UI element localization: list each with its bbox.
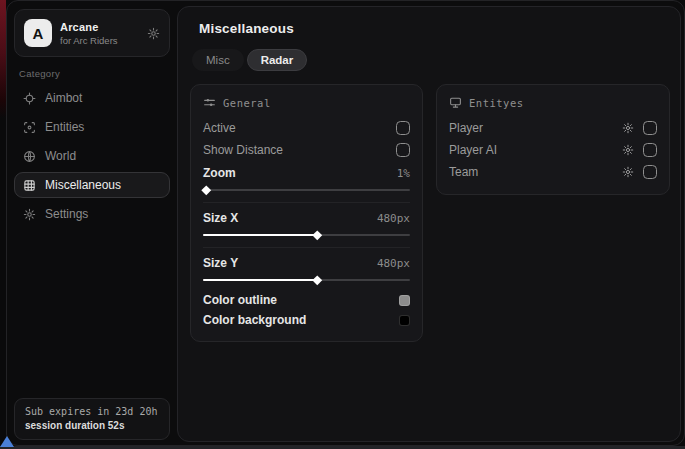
main-panel: Miscellaneous Misc Radar General Active (177, 6, 681, 442)
show-distance-checkbox[interactable] (396, 143, 410, 157)
app-name: Arcane (60, 21, 139, 33)
sidebar-item-miscellaneous[interactable]: Miscellaneous (14, 172, 170, 198)
setting-row-active: Active (203, 117, 410, 139)
subscription-info-card: Sub expires in 23d 20h session duration … (14, 398, 170, 440)
setting-label: Color background (203, 313, 306, 327)
tab-group: Misc Radar (192, 49, 670, 71)
setting-label: Show Distance (203, 143, 283, 157)
setting-label: Color outline (203, 293, 277, 307)
setting-label: Size X (203, 211, 238, 225)
app-subtitle: for Arc Riders (60, 35, 139, 46)
sidebar-item-label: World (45, 149, 76, 163)
general-card-title: General (223, 97, 271, 109)
category-label: Category (19, 68, 170, 79)
setting-row-size-x: Size X 480px (203, 202, 410, 245)
entity-label: Team (449, 165, 478, 179)
setting-row-show-distance: Show Distance (203, 139, 410, 161)
gear-icon[interactable] (622, 166, 634, 178)
sidebar-item-label: Miscellaneous (45, 178, 121, 192)
sidebar-item-label: Settings (45, 207, 88, 221)
globe-icon (23, 150, 36, 163)
sub-expires-text: Sub expires in 23d 20h (25, 406, 159, 417)
player-ai-checkbox[interactable] (643, 143, 657, 157)
setting-row-size-y: Size Y 480px (203, 247, 410, 290)
zoom-value: 1% (397, 167, 410, 180)
tab-radar[interactable]: Radar (247, 49, 308, 71)
entities-card: Entityes Player P (436, 84, 670, 195)
general-card-header: General (203, 96, 410, 109)
slider-fill (203, 189, 205, 191)
color-outline-swatch[interactable] (399, 295, 410, 306)
sidebar-item-settings[interactable]: Settings (14, 201, 170, 227)
entity-row-player: Player (449, 117, 657, 139)
team-checkbox[interactable] (643, 165, 657, 179)
sidebar-item-label: Aimbot (45, 91, 82, 105)
slider-thumb[interactable] (313, 230, 322, 239)
setting-row-color-background: Color background (203, 310, 410, 330)
sidebar-item-label: Entities (45, 120, 84, 134)
slider-fill (203, 234, 317, 236)
player-checkbox[interactable] (643, 121, 657, 135)
cards-row: General Active Show Distance Zoom 1% (190, 84, 670, 342)
setting-label: Size Y (203, 256, 238, 270)
sidebar-item-world[interactable]: World (14, 143, 170, 169)
size-x-value: 480px (377, 212, 410, 225)
setting-row-color-outline: Color outline (203, 290, 410, 310)
entity-label: Player AI (449, 143, 497, 157)
monitor-icon (449, 96, 462, 109)
grid-icon (23, 179, 36, 192)
entity-row-team: Team (449, 161, 657, 183)
gear-icon[interactable] (147, 27, 160, 40)
scan-icon (23, 121, 36, 134)
slider-thumb[interactable] (201, 185, 210, 194)
entities-card-title: Entityes (469, 97, 524, 109)
setting-label: Zoom (203, 166, 236, 180)
sidebar-nav: Aimbot Entities World (14, 85, 170, 227)
tab-misc[interactable]: Misc (192, 49, 244, 71)
entity-row-player-ai: Player AI (449, 139, 657, 161)
sidebar-item-aimbot[interactable]: Aimbot (14, 85, 170, 111)
gear-icon[interactable] (622, 144, 634, 156)
setting-label: Active (203, 121, 236, 135)
app-window: A Arcane for Arc Riders Category (6, 0, 685, 446)
app-titles: Arcane for Arc Riders (60, 21, 139, 46)
size-y-value: 480px (377, 257, 410, 270)
session-duration-text: session duration 52s (25, 420, 159, 431)
app-logo: A (24, 19, 52, 47)
general-card: General Active Show Distance Zoom 1% (190, 84, 423, 342)
sliders-icon (203, 96, 216, 109)
sidebar: A Arcane for Arc Riders Category (7, 1, 177, 445)
page-title: Miscellaneous (199, 21, 670, 36)
app-header-card: A Arcane for Arc Riders (14, 9, 170, 57)
gear-icon[interactable] (622, 122, 634, 134)
slider-fill (203, 279, 317, 281)
crosshair-icon (23, 92, 36, 105)
entity-label: Player (449, 121, 483, 135)
entities-card-header: Entityes (449, 96, 657, 109)
setting-row-zoom: Zoom 1% (203, 161, 410, 200)
zoom-slider[interactable] (203, 189, 410, 191)
size-y-slider[interactable] (203, 279, 410, 281)
sidebar-item-entities[interactable]: Entities (14, 114, 170, 140)
cursor-artifact (0, 436, 14, 447)
active-checkbox[interactable] (396, 121, 410, 135)
slider-thumb[interactable] (313, 275, 322, 284)
gear-icon (23, 208, 36, 221)
color-background-swatch[interactable] (399, 315, 410, 326)
size-x-slider[interactable] (203, 234, 410, 236)
